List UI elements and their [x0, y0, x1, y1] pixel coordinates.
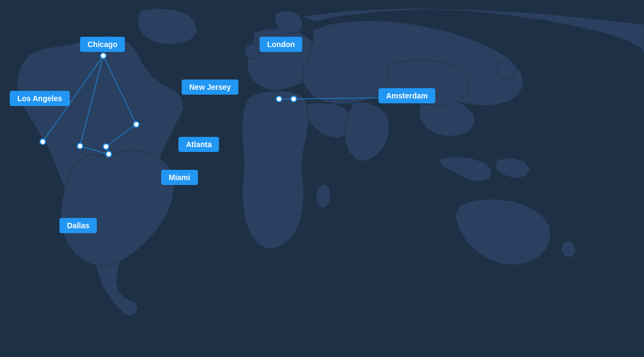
dot-amsterdam[interactable] [290, 96, 297, 102]
dot-atlanta[interactable] [103, 143, 109, 150]
map-container: ChicagoNew JerseyLos AngelesAtlantaMiami… [0, 0, 644, 357]
dot-chicago[interactable] [100, 52, 107, 59]
svg-line-4 [106, 124, 136, 147]
dot-new-jersey[interactable] [133, 121, 140, 128]
svg-line-1 [103, 56, 136, 124]
label-chicago[interactable]: Chicago [80, 37, 125, 52]
dot-london[interactable] [276, 96, 282, 102]
label-new-jersey[interactable]: New Jersey [182, 80, 238, 95]
connection-lines [0, 0, 644, 357]
label-amsterdam[interactable]: Amsterdam [379, 88, 435, 103]
dot-dallas[interactable] [77, 143, 83, 149]
svg-line-2 [80, 56, 103, 146]
label-dallas[interactable]: Dallas [59, 218, 97, 233]
label-london[interactable]: London [260, 37, 302, 52]
label-los-angeles[interactable]: Los Angeles [10, 91, 70, 106]
dot-los-angeles[interactable] [39, 138, 46, 145]
label-miami[interactable]: Miami [161, 170, 198, 185]
dot-miami[interactable] [105, 151, 112, 157]
svg-line-8 [294, 98, 379, 99]
label-atlanta[interactable]: Atlanta [178, 137, 219, 152]
